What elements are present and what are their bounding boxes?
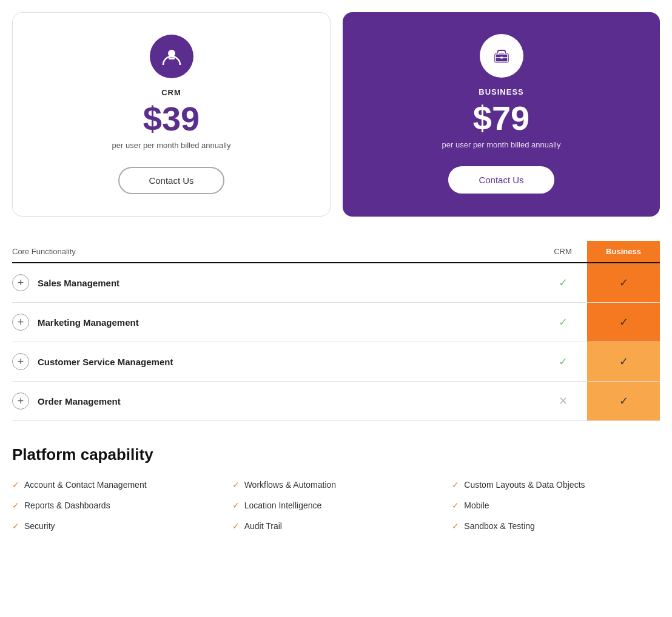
crm-check: ✓ bbox=[539, 355, 587, 368]
business-contact-button[interactable]: Contact Us bbox=[448, 166, 554, 194]
table-row: + Customer Service Management ✓ ✓ bbox=[12, 342, 660, 382]
business-icon-circle bbox=[480, 34, 523, 78]
capability-label: Custom Layouts & Data Objects bbox=[464, 480, 585, 490]
expand-button[interactable]: + bbox=[12, 274, 29, 291]
feature-name: Sales Management bbox=[38, 278, 119, 288]
list-item: ✓ Location Intelligence bbox=[232, 497, 440, 514]
feature-cell: + Sales Management bbox=[12, 266, 539, 300]
crm-plan-name: CRM bbox=[161, 88, 181, 97]
list-item: ✓ Custom Layouts & Data Objects bbox=[452, 476, 660, 493]
business-check: ✓ bbox=[587, 382, 660, 420]
business-icon bbox=[491, 45, 512, 67]
expand-button[interactable]: + bbox=[12, 314, 29, 331]
crm-check: ✓ bbox=[539, 315, 587, 329]
capability-label: Audit Trail bbox=[244, 521, 282, 531]
crm-icon-circle bbox=[150, 35, 193, 78]
crm-cross: ✕ bbox=[539, 394, 587, 408]
header-feature-col: Core Functionality bbox=[12, 242, 539, 261]
table-row: + Order Management ✕ ✓ bbox=[12, 382, 660, 421]
crm-contact-button[interactable]: Contact Us bbox=[118, 167, 224, 194]
capability-label: Account & Contact Management bbox=[24, 480, 147, 490]
capability-label: Reports & Dashboards bbox=[24, 501, 110, 510]
capability-label: Security bbox=[24, 521, 55, 531]
business-price: $79 bbox=[473, 101, 529, 135]
capability-label: Workflows & Automation bbox=[244, 480, 336, 490]
capability-label: Mobile bbox=[464, 501, 489, 510]
business-check: ✓ bbox=[587, 342, 660, 381]
header-business-col: Business bbox=[587, 241, 660, 262]
check-icon: ✓ bbox=[12, 501, 19, 510]
check-icon: ✓ bbox=[12, 480, 19, 490]
expand-button[interactable]: + bbox=[12, 353, 29, 370]
feature-name: Order Management bbox=[38, 396, 121, 406]
check-icon: ✓ bbox=[452, 480, 459, 490]
list-item: ✓ Mobile bbox=[452, 497, 660, 514]
feature-name: Marketing Management bbox=[38, 317, 139, 328]
svg-rect-8 bbox=[500, 57, 503, 59]
pricing-section: CRM $39 per user per month billed annual… bbox=[12, 12, 660, 217]
feature-cell: + Marketing Management bbox=[12, 305, 539, 339]
check-icon: ✓ bbox=[232, 521, 240, 531]
feature-name: Customer Service Management bbox=[38, 357, 173, 367]
table-row: + Marketing Management ✓ ✓ bbox=[12, 303, 660, 342]
check-icon: ✓ bbox=[232, 501, 240, 510]
feature-cell: + Order Management bbox=[12, 384, 539, 418]
check-icon: ✓ bbox=[232, 480, 240, 490]
check-icon: ✓ bbox=[452, 501, 459, 510]
crm-billing: per user per month billed annually bbox=[112, 141, 231, 150]
list-item: ✓ Workflows & Automation bbox=[232, 476, 440, 493]
crm-card: CRM $39 per user per month billed annual… bbox=[12, 12, 331, 217]
check-icon: ✓ bbox=[12, 521, 19, 531]
comparison-table: Core Functionality CRM Business + Sales … bbox=[12, 241, 660, 421]
table-row: + Sales Management ✓ ✓ bbox=[12, 263, 660, 303]
crm-price: $39 bbox=[143, 102, 200, 136]
business-plan-name: BUSINESS bbox=[479, 87, 523, 96]
crm-icon bbox=[161, 46, 183, 67]
list-item: ✓ Audit Trail bbox=[232, 518, 440, 534]
business-billing: per user per month billed annually bbox=[442, 140, 561, 149]
header-crm-col: CRM bbox=[539, 242, 587, 261]
capability-label: Location Intelligence bbox=[244, 501, 322, 510]
list-item: ✓ Reports & Dashboards bbox=[12, 497, 220, 514]
feature-cell: + Customer Service Management bbox=[12, 345, 539, 379]
crm-check: ✓ bbox=[539, 276, 587, 289]
business-check: ✓ bbox=[587, 263, 660, 302]
list-item: ✓ Sandbox & Testing bbox=[452, 518, 660, 534]
svg-rect-2 bbox=[169, 58, 175, 59]
capability-label: Sandbox & Testing bbox=[464, 521, 535, 531]
business-check: ✓ bbox=[587, 303, 660, 342]
expand-button[interactable]: + bbox=[12, 393, 29, 410]
platform-section: Platform capability ✓ Account & Contact … bbox=[12, 445, 660, 534]
business-card: BUSINESS $79 per user per month billed a… bbox=[343, 12, 660, 217]
table-header-row: Core Functionality CRM Business bbox=[12, 241, 660, 263]
check-icon: ✓ bbox=[452, 521, 459, 531]
platform-title: Platform capability bbox=[12, 445, 660, 464]
list-item: ✓ Account & Contact Management bbox=[12, 476, 220, 493]
capability-grid: ✓ Account & Contact Management ✓ Workflo… bbox=[12, 476, 660, 534]
list-item: ✓ Security bbox=[12, 518, 220, 534]
